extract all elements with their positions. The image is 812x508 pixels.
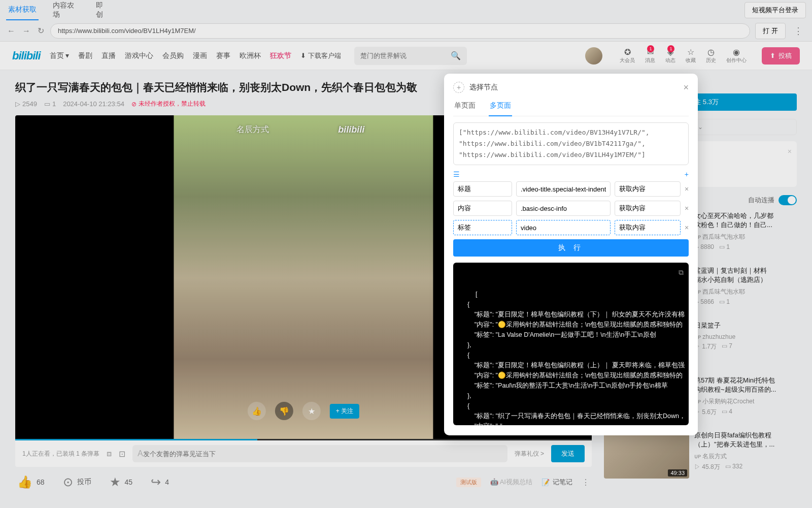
result-output[interactable]: ⧉ [ { "标题": "夏日限定！棉草包包编织教程（下）｜ 织女的夏天不允许没… [453, 263, 689, 425]
tab-single-page[interactable]: 单页面 [453, 98, 477, 116]
send-button[interactable]: 发送 [551, 445, 585, 462]
menu-dots-icon[interactable]: ⋮ [791, 25, 806, 37]
nav-carnival[interactable]: 狂欢节 [270, 51, 291, 60]
robot-icon: 🤖 [490, 478, 498, 486]
header-vip[interactable]: ✪大会员 [620, 47, 635, 64]
rec-title: 原创向日葵fafa编织包教程 （上）"把春天装进包里，... [694, 431, 797, 449]
nav-drama[interactable]: 番剧 [78, 51, 92, 60]
clock-icon: ◷ [707, 47, 715, 57]
auto-connect-label: 自动连播 [748, 196, 774, 205]
danmu-setting-icon[interactable]: ⊡ [119, 449, 125, 459]
font-icon[interactable]: A [138, 449, 143, 458]
reload-icon[interactable]: ↻ [37, 26, 45, 36]
nav-game[interactable]: 游戏中心 [125, 51, 153, 60]
download-client[interactable]: ⬇下载客户端 [300, 51, 341, 60]
field-selector-input[interactable] [516, 181, 611, 197]
header-history[interactable]: ◷历史 [706, 47, 716, 64]
search-box[interactable]: 🔍 [354, 47, 466, 65]
remove-row-icon[interactable]: × [685, 224, 689, 232]
remove-row-icon[interactable]: × [685, 204, 689, 212]
header-msg[interactable]: ✉消息1 [645, 47, 655, 64]
auto-connect-toggle[interactable] [779, 195, 797, 205]
field-name-input[interactable] [453, 201, 512, 216]
open-button[interactable]: 打 开 [755, 23, 786, 39]
duration-badge: 49:33 [668, 469, 687, 477]
upload-icon: ⬆ [770, 52, 775, 59]
play-count: ▷2549 [15, 100, 37, 108]
rec-uploader: ᴜᴘ 小呆鹅钩花Crochet [694, 397, 797, 406]
node-selector-modal: + 选择节点 × 单页面 多页面 ["https://www.bilibili.… [444, 74, 698, 435]
search-icon[interactable]: 🔍 [451, 51, 461, 60]
nav-euro[interactable]: 欧洲杯 [240, 51, 261, 60]
refresh-icon: C [96, 11, 101, 18]
danmu-input[interactable] [143, 450, 502, 458]
follow-chip[interactable]: + 关注 [330, 404, 359, 419]
field-selector-input[interactable] [516, 220, 611, 235]
field-selector-input[interactable] [516, 201, 611, 216]
field-name-input[interactable] [453, 181, 512, 197]
close-icon[interactable]: × [683, 82, 689, 93]
danmu-toggle-icon[interactable]: ⧈ [107, 449, 112, 458]
forward-arrow-icon[interactable]: → [21, 26, 31, 36]
avatar[interactable] [585, 47, 602, 65]
more-icon[interactable]: ⋮ [582, 478, 590, 487]
execute-button[interactable]: 执 行 [453, 239, 689, 257]
header-fav[interactable]: ☆收藏 [686, 47, 696, 64]
copy-icon[interactable]: ⧉ [679, 267, 684, 278]
nav-home[interactable]: 首页 ▾ [50, 51, 70, 60]
danmu-info: 1人正在看，已装填 1 条弹幕 [22, 450, 99, 458]
nav-member[interactable]: 会员购 [162, 51, 184, 60]
nav-live[interactable]: 直播 [101, 51, 116, 60]
recommendation-item[interactable]: 49:33 原创向日葵fafa编织包教程 （上）"把春天装进包里，... ᴜᴘ … [604, 431, 797, 479]
refresh-icon: C [54, 11, 58, 18]
badge: 1 [647, 45, 654, 52]
nav-match[interactable]: 赛事 [216, 51, 230, 60]
tab-multi-page[interactable]: 多页面 [489, 98, 512, 116]
close-icon[interactable]: × [788, 146, 792, 157]
star-icon[interactable]: ★ [302, 402, 321, 420]
danmu-input-wrap[interactable]: A [132, 445, 507, 462]
dislike-icon[interactable]: 👎 [275, 402, 293, 420]
ext-tab-material[interactable]: 素材获取 [6, 0, 39, 20]
badge: 1 [667, 45, 674, 52]
rec-thumbnail: 49:33 [604, 431, 689, 479]
bilibili-logo[interactable]: bilibili [12, 49, 41, 62]
rec-title: 日菜篮子 [694, 321, 797, 330]
play-icon: ▷ [15, 100, 20, 108]
share-action[interactable]: ↪4 [151, 475, 169, 489]
danmu-etiquette[interactable]: 弹幕礼仪 > [515, 450, 544, 458]
ai-summary[interactable]: 🤖 AI视频总结 [490, 478, 532, 487]
url-input[interactable] [50, 23, 750, 39]
coin-action[interactable]: ⊙投币 [63, 475, 91, 489]
field-action-input[interactable] [615, 181, 681, 197]
notes-button[interactable]: 📝记笔记 [542, 478, 572, 487]
url-list-textarea[interactable]: ["https://www.bilibili.com/video/BV13H4y… [453, 122, 689, 165]
upload-button[interactable]: ⬆投稿 [762, 47, 800, 65]
like-action[interactable]: 👍68 [17, 475, 45, 489]
back-arrow-icon[interactable]: ← [6, 26, 16, 36]
field-action-input[interactable] [615, 201, 681, 216]
fav-action[interactable]: ★45 [110, 475, 133, 489]
header-creative[interactable]: ◉创作中心 [726, 47, 747, 64]
like-icon[interactable]: 👍 [248, 402, 266, 420]
field-name-input[interactable] [453, 220, 512, 235]
field-action-input[interactable] [615, 220, 681, 235]
field-row: × [453, 201, 689, 216]
progress-bar[interactable] [15, 439, 592, 440]
nav-manga[interactable]: 漫画 [193, 51, 207, 60]
add-field-icon[interactable]: + [685, 170, 689, 178]
watermark-right: bilibili [338, 124, 364, 135]
remove-row-icon[interactable]: × [685, 185, 689, 193]
rec-title: 鲨蓝调｜复古时刻｜材料 溺水小苑自制（逃跑店） [694, 266, 797, 284]
danmu-count: ▭1 [44, 100, 56, 108]
star-icon: ★ [110, 475, 121, 489]
ext-login-button[interactable]: 短视频平台登录 [745, 2, 806, 18]
list-icon[interactable]: ☰ [453, 170, 460, 178]
coin-icon: ⊙ [63, 475, 73, 489]
header-trend[interactable]: ◈动态1 [665, 47, 675, 64]
ext-tab-farm[interactable]: 内容农场 C [51, 0, 82, 24]
search-input[interactable] [360, 52, 450, 59]
plus-circle-icon[interactable]: + [453, 82, 464, 93]
ext-tab-instant[interactable]: 即创 C [94, 0, 111, 24]
rec-danmu: ▭ 1 [719, 243, 730, 250]
